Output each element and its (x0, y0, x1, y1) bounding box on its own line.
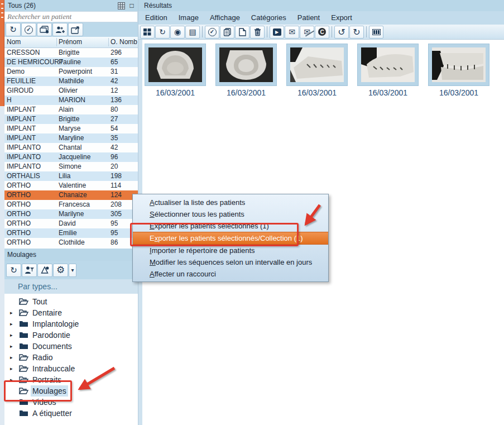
tree-item-implantologie[interactable]: ▸ Implantologie (4, 318, 138, 330)
expand-icon[interactable]: ▸ (10, 318, 13, 330)
patient-row[interactable]: IMPLANTMaryse54 (4, 124, 138, 133)
properties-button[interactable]: ▤ (185, 26, 200, 39)
view-tiles-button[interactable] (140, 26, 155, 39)
menu-item-actualiser[interactable]: Actualiser la liste des patients (133, 197, 328, 208)
thumbnail-mold-occlusal-upper[interactable] (145, 44, 206, 86)
patient-row[interactable]: GIROUDOlivier12 (4, 86, 138, 95)
menu-item-affecter-raccourci[interactable]: Affecter un raccourci (133, 268, 328, 280)
patient-row[interactable]: IMPLANTBrigitte27 (4, 114, 138, 124)
patient-row[interactable]: DE HEMRICOURTPauline65 (4, 58, 138, 67)
menu-item-selectionner-tous[interactable]: Sélectionner tous les patients (133, 208, 328, 220)
tree-item-videos[interactable]: Videos (4, 397, 138, 408)
rotate-right-icon: ↻ (353, 27, 360, 37)
thumbnail-mold-front[interactable] (428, 44, 489, 86)
thumbnail-caption: 16/03/2001 (428, 88, 489, 97)
patient-row[interactable]: IMPLANTOJacqueline96 (4, 152, 138, 162)
menu-categories[interactable]: Catégories (246, 11, 292, 25)
patient-row[interactable]: ORTHOEmilie95 (4, 228, 138, 238)
copy-button[interactable] (220, 26, 234, 39)
validate-button[interactable]: ✓ (205, 26, 219, 39)
column-header-nom[interactable]: Nom (7, 37, 21, 47)
thumbnail-mold-profile-left[interactable] (357, 44, 419, 86)
tree-item-tout[interactable]: Tout (4, 296, 138, 307)
expand-icon[interactable]: ▸ (10, 307, 13, 318)
email-button[interactable]: ✉ (285, 26, 299, 39)
record-button[interactable]: C (315, 26, 329, 39)
export-list-button[interactable] (68, 23, 83, 36)
patients-table-header: Nom Prénom O. Nomb (4, 37, 138, 48)
video-button[interactable]: ▶ (270, 26, 284, 39)
delete-button[interactable] (250, 26, 265, 39)
patient-row[interactable]: ORTHOMarilyne305 (4, 209, 138, 219)
filter-bar[interactable]: Par types... (4, 279, 138, 294)
thumbnail-mold-profile-right[interactable] (286, 44, 348, 86)
patient-row[interactable]: ORTHOValentine114 (4, 181, 138, 190)
preview-button[interactable]: ◉ (170, 26, 185, 39)
patient-row[interactable]: HMARION136 (4, 95, 138, 105)
patient-row[interactable]: ORTHODavid95 (4, 219, 138, 228)
rotate-right-button[interactable]: ↻ (349, 26, 364, 39)
column-header-prenom[interactable]: Prénom (59, 37, 82, 47)
collapsed-panel-tab[interactable] (0, 0, 4, 106)
patient-row[interactable]: IMPLANTOSimone20 (4, 162, 138, 171)
menu-image[interactable]: Image (173, 11, 204, 25)
tree-item-a-etiquetter[interactable]: A étiquetter (4, 408, 138, 419)
paste-button[interactable] (235, 26, 249, 39)
menu-patient[interactable]: Patient (292, 11, 325, 25)
rotate-left-button[interactable]: ↺ (334, 26, 349, 39)
tree-item-radio[interactable]: ▸ Radio (4, 352, 138, 363)
folder-solid-icon (19, 342, 28, 350)
grid-view-icon[interactable] (117, 2, 125, 9)
sort-filter-button[interactable] (37, 264, 52, 277)
tree-item-documents[interactable]: ▸ Documents (4, 341, 138, 352)
menu-item-exporter-collection[interactable]: Exporter les patients sélectionnés/Colle… (133, 232, 328, 245)
tree-item-moulages[interactable]: Moulages (4, 385, 138, 397)
refresh-button[interactable]: ↻ (6, 23, 21, 36)
expand-icon[interactable]: ▸ (10, 352, 13, 363)
menu-item-importer-repertoire[interactable]: Importer le répertoire de patients (133, 245, 328, 256)
tree-item-parodontie[interactable]: ▸ Parodontie (4, 330, 138, 341)
select-cards-button[interactable] (37, 23, 52, 36)
expand-icon[interactable]: ▸ (10, 330, 13, 341)
window-icon[interactable]: □ (128, 2, 136, 9)
menu-affichage[interactable]: Affichage (204, 11, 246, 25)
refresh-button[interactable]: ↻ (6, 264, 21, 277)
tree-item-dentaire[interactable]: ▸ Dentaire (4, 307, 138, 318)
menu-item-exporter-selectionnes[interactable]: Exporter les patients sélectionnés (1) (133, 220, 328, 232)
validate-button[interactable]: ✓ (21, 23, 36, 36)
tree-item-intrabuccale[interactable]: ▸ Intrabuccale (4, 363, 138, 374)
add-patient-button[interactable] (52, 23, 68, 36)
patient-row[interactable]: CRESSONBrigitte296 (4, 48, 138, 58)
tree-item-portraits[interactable]: ▸ Portraits (4, 374, 138, 385)
patient-row[interactable]: ORTHOClothilde86 (4, 238, 138, 247)
menu-item-modifier-sequences[interactable]: Modifier les séquences selon un interval… (133, 256, 328, 268)
patient-row[interactable]: ORTHOFrancesca208 (4, 200, 138, 209)
thumbnail-caption: 16/03/2001 (145, 88, 206, 97)
column-header-onomb[interactable]: O. Nomb (111, 37, 137, 47)
patient-row[interactable]: DemoPowerpoint31 (4, 67, 138, 77)
expand-icon[interactable]: ▸ (10, 341, 13, 352)
thumbnail-mold-occlusal-lower[interactable] (215, 44, 277, 86)
folder-open-icon (19, 387, 28, 394)
patient-row-selected[interactable]: ORTHOChanaize124 (4, 190, 138, 200)
expand-icon[interactable]: ▸ (10, 363, 13, 374)
patient-row[interactable]: ORTHALISLilia198 (4, 171, 138, 181)
patient-filter-button[interactable] (22, 264, 37, 277)
patient-row[interactable]: IMPLANTMaryline35 (4, 133, 138, 143)
settings-dropdown-button[interactable]: ▾ (69, 264, 76, 277)
contact-sheet-button[interactable] (369, 26, 383, 39)
patient-row[interactable]: FEUILLIEMathilde42 (4, 77, 138, 86)
patient-row[interactable]: IMPLANTAlain80 (4, 105, 138, 114)
folder-open-icon (19, 298, 28, 305)
expand-icon[interactable]: ▸ (10, 374, 13, 385)
folder-open-icon (19, 376, 28, 383)
menu-export[interactable]: Export (325, 11, 358, 25)
settings-button[interactable]: ⚙ (53, 264, 68, 277)
patient-row[interactable]: IMPLANTOChantal42 (4, 143, 138, 152)
email-blocked-button[interactable]: ✉ (300, 26, 314, 39)
thumbnail-caption: 16/03/2001 (357, 88, 419, 97)
search-input[interactable] (4, 11, 138, 22)
results-menubar: Edition Image Affichage Catégories Patie… (138, 11, 504, 25)
menu-edition[interactable]: Edition (140, 11, 173, 25)
refresh-button[interactable]: ↻ (155, 26, 170, 39)
